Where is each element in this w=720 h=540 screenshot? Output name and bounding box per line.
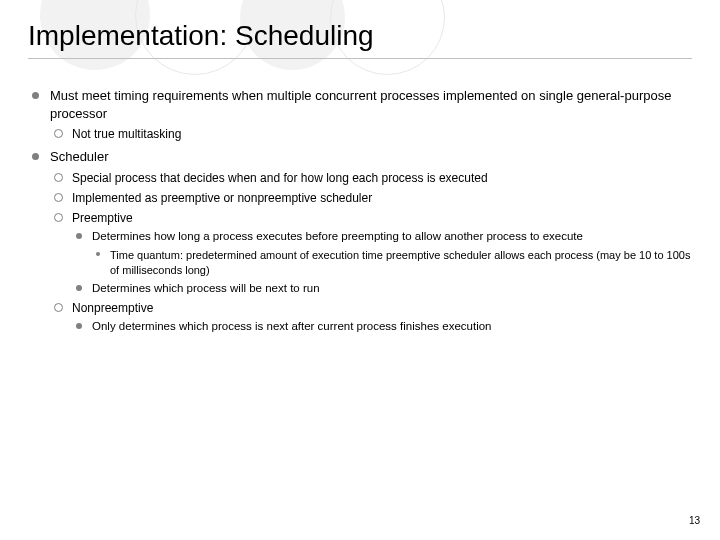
- list-item: Time quantum: predetermined amount of ex…: [92, 248, 692, 278]
- bullet-text: Not true multitasking: [72, 126, 692, 142]
- list-item: Scheduler Special process that decides w…: [28, 148, 692, 335]
- list-item: Not true multitasking: [50, 126, 692, 142]
- title-rule: [28, 58, 692, 59]
- slide-title: Implementation: Scheduling: [28, 20, 692, 52]
- list-item: Implemented as preemptive or nonpreempti…: [50, 190, 692, 206]
- list-item: Preemptive Determines how long a process…: [50, 210, 692, 296]
- bullet-list: Must meet timing requirements when multi…: [28, 87, 692, 335]
- list-item: Determines which process will be next to…: [72, 281, 692, 297]
- bullet-text: Determines which process will be next to…: [92, 281, 692, 297]
- bullet-text: Only determines which process is next af…: [92, 319, 692, 335]
- slide-content: Implementation: Scheduling Must meet tim…: [0, 0, 720, 335]
- list-item: Special process that decides when and fo…: [50, 170, 692, 186]
- bullet-text: Time quantum: predetermined amount of ex…: [110, 248, 692, 278]
- bullet-text: Special process that decides when and fo…: [72, 170, 692, 186]
- bullet-text: Determines how long a process executes b…: [92, 229, 692, 245]
- list-item: Only determines which process is next af…: [72, 319, 692, 335]
- page-number: 13: [689, 515, 700, 526]
- bullet-text: Nonpreemptive: [72, 300, 692, 316]
- bullet-text: Implemented as preemptive or nonpreempti…: [72, 190, 692, 206]
- list-item: Determines how long a process executes b…: [72, 229, 692, 277]
- bullet-text: Must meet timing requirements when multi…: [50, 87, 692, 122]
- bullet-text: Preemptive: [72, 210, 692, 226]
- list-item: Must meet timing requirements when multi…: [28, 87, 692, 142]
- list-item: Nonpreemptive Only determines which proc…: [50, 300, 692, 335]
- bullet-text: Scheduler: [50, 148, 692, 166]
